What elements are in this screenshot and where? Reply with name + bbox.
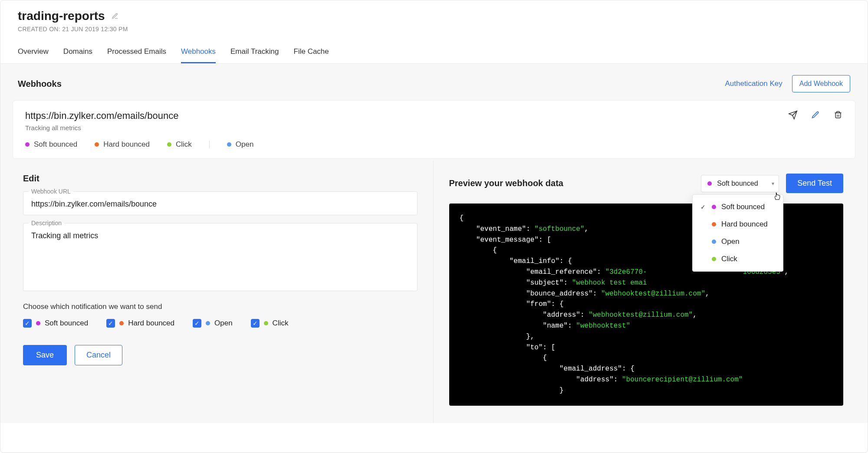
send-icon[interactable] (788, 110, 798, 120)
tab-email-tracking[interactable]: Email Tracking (230, 43, 279, 63)
option-label: Open (721, 237, 740, 246)
dot-icon (712, 222, 716, 226)
url-field-label: Webhook URL (29, 188, 73, 195)
tab-overview[interactable]: Overview (18, 43, 49, 63)
metric-label: Hard bounced (103, 140, 150, 149)
metric-label: Click (176, 140, 192, 149)
tab-domains[interactable]: Domains (63, 43, 92, 63)
metric-label: Soft bounced (34, 140, 77, 149)
cancel-button[interactable]: Cancel (75, 345, 122, 365)
section-title: Webhooks (18, 79, 62, 89)
choose-notification-label: Choose which notification we want to sen… (23, 302, 418, 311)
dropdown-option[interactable]: Hard bounced (693, 216, 783, 233)
dropdown-option[interactable]: ✓Soft bounced (693, 198, 783, 216)
metric-item: Click (167, 140, 192, 149)
notification-check-item: ✓Click (251, 319, 289, 328)
send-test-button[interactable]: Send Test (786, 174, 843, 193)
option-label: Soft bounced (721, 203, 765, 211)
checkbox[interactable]: ✓ (251, 319, 260, 328)
check-icon: ✓ (700, 204, 707, 210)
edit-icon[interactable] (811, 110, 820, 120)
svg-rect-0 (835, 113, 841, 118)
dot-icon (712, 257, 716, 261)
dot-icon (712, 205, 716, 209)
check-label: Hard bounced (128, 319, 174, 328)
dot-icon (712, 240, 716, 244)
save-button[interactable]: Save (23, 345, 67, 365)
webhook-desc-text: Tracking all metrics (25, 124, 843, 131)
json-preview: { "event_name": "softbounce", "event_mes… (449, 204, 844, 406)
metric-label: Open (236, 140, 254, 149)
delete-icon[interactable] (833, 110, 843, 120)
webhook-card: https://bin.zylker.com/emails/bounce Tra… (13, 100, 855, 159)
description-input[interactable] (31, 231, 409, 283)
dot-icon (707, 181, 712, 186)
tab-processed-emails[interactable]: Processed Emails (107, 43, 166, 63)
edit-heading: Edit (23, 174, 418, 184)
checkbox[interactable]: ✓ (193, 319, 201, 328)
checkbox[interactable]: ✓ (106, 319, 115, 328)
notification-check-item: ✓Hard bounced (106, 319, 174, 328)
dropdown-selected-label: Soft bounced (717, 180, 758, 187)
tabs-nav: OverviewDomainsProcessed EmailsWebhooksE… (0, 43, 868, 64)
created-on-label: CREATED ON: 21 JUN 2019 12:30 PM (18, 26, 850, 33)
page-title: trading-reports (18, 9, 105, 23)
notification-check-item: ✓Soft bounced (23, 319, 88, 328)
webhook-url-text: https://bin.zylker.com/emails/bounce (25, 110, 843, 121)
webhook-url-input[interactable] (31, 200, 409, 209)
dot-icon (167, 142, 171, 147)
authentication-key-link[interactable]: Authetication Key (725, 79, 782, 88)
preview-title: Preview your webhook data (449, 178, 563, 188)
tab-webhooks[interactable]: Webhooks (181, 43, 216, 63)
dot-icon (25, 142, 30, 147)
checkbox[interactable]: ✓ (23, 319, 32, 328)
description-field-label: Description (29, 220, 64, 226)
divider (209, 141, 210, 148)
metric-item: Hard bounced (95, 140, 150, 149)
metric-item: Soft bounced (25, 140, 77, 149)
check-label: Soft bounced (45, 319, 88, 328)
option-label: Click (721, 255, 737, 263)
event-type-dropdown-menu: ✓Soft bouncedHard bouncedOpenClick (692, 194, 783, 272)
notification-check-item: ✓Open (193, 319, 233, 328)
option-label: Hard bounced (721, 220, 768, 229)
metric-item: Open (227, 140, 254, 149)
dot-icon (264, 321, 268, 325)
tab-file-cache[interactable]: File Cache (294, 43, 329, 63)
dropdown-option[interactable]: Click (693, 250, 783, 268)
chevron-down-icon: ▾ (772, 181, 774, 187)
dot-icon (227, 142, 231, 147)
dot-icon (36, 321, 40, 325)
dropdown-option[interactable]: Open (693, 233, 783, 250)
add-webhook-button[interactable]: Add Webhook (792, 75, 850, 92)
dot-icon (95, 142, 99, 147)
event-type-dropdown[interactable]: Soft bounced ▾ (701, 175, 779, 192)
dot-icon (206, 321, 210, 325)
dot-icon (119, 321, 124, 325)
check-label: Click (273, 319, 289, 328)
edit-title-icon[interactable] (110, 11, 120, 21)
check-label: Open (214, 319, 233, 328)
